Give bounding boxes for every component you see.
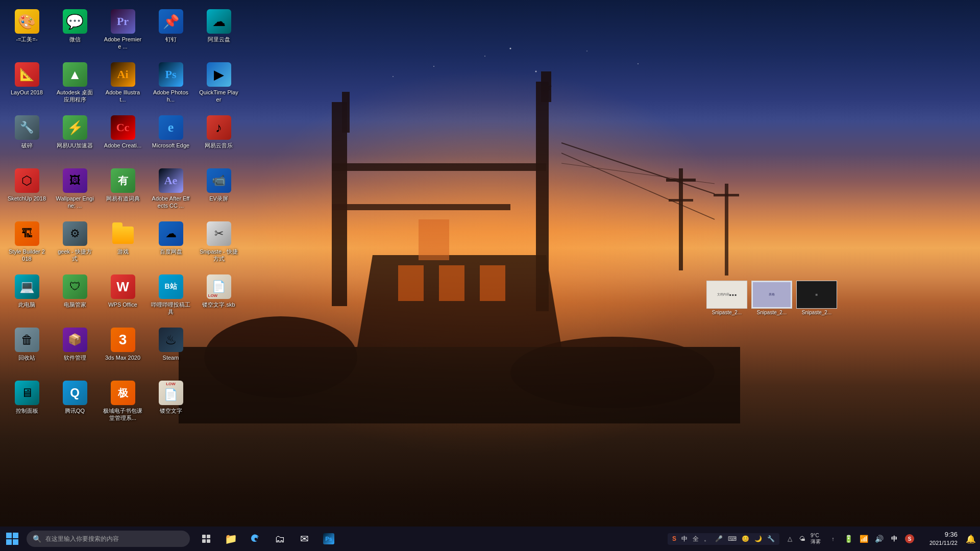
desktop-icons: 🎨 -=工美=- 💬 微信 Pr Adobe Premiere ... 📌 钉钉… [0, 0, 248, 433]
icon-pojie[interactable]: 🔧 破碎 [5, 111, 48, 162]
icon-youdao[interactable]: 有 网易有道词典 [101, 164, 144, 215]
ime-btn-quan[interactable]: 全 [691, 534, 700, 544]
start-button[interactable] [0, 527, 24, 551]
svg-rect-17 [419, 219, 449, 260]
icon-games-folder[interactable]: 游戏 [101, 217, 144, 268]
icon-low-text2[interactable]: LOW 📄 镂空文字 [149, 377, 192, 428]
svg-rect-23 [679, 168, 683, 270]
taskbar-edge[interactable] [243, 527, 267, 551]
icon-adobe-ps[interactable]: Ps Adobe Photosh... [149, 58, 192, 109]
svg-point-2 [535, 71, 537, 72]
taskbar-task-view[interactable] [194, 527, 218, 551]
icon-gong-mei[interactable]: 🎨 -=工美=- [5, 5, 48, 56]
clock[interactable]: 9:36 2021/11/22 [921, 531, 962, 546]
icon-wechat[interactable]: 💬 微信 [53, 5, 96, 56]
tray-weather[interactable]: 🌤 [795, 532, 810, 546]
ime-btn-settings[interactable]: 🔧 [766, 535, 776, 543]
icon-control-panel[interactable]: 🖥 控制面板 [5, 377, 48, 428]
svg-rect-35 [207, 539, 210, 543]
icon-bilibili[interactable]: B站 哔哩哔哩投稿工具 [149, 270, 192, 321]
icon-pc-manager[interactable]: 🛡 电脑管家 [53, 270, 96, 321]
svg-point-6 [510, 48, 511, 49]
icon-adobe-cc[interactable]: Cc Adobe Creati... [101, 111, 144, 162]
wallpaper-silhouette [179, 41, 740, 423]
icon-wps[interactable]: W WPS Office [101, 270, 144, 321]
system-tray: △ 🌤 9°C 薄雾 ↑ 🔋 📶 🔊 中 [781, 527, 921, 551]
taskbar-mail[interactable]: ✉ [292, 527, 316, 551]
icon-edge[interactable]: e Microsoft Edge [149, 111, 192, 162]
svg-point-4 [638, 63, 639, 64]
ime-btn-s[interactable]: S [671, 535, 678, 543]
icon-netease-music[interactable]: ♪ 网易云音乐 [197, 111, 240, 162]
ime-btn-period[interactable]: 。 [702, 534, 712, 544]
icon-uu-acc[interactable]: ⚡ 网易UU加速器 [53, 111, 96, 162]
search-icon: 🔍 [33, 535, 41, 543]
icon-3dsmax[interactable]: 3 3ds Max 2020 [101, 323, 144, 374]
icon-dingding[interactable]: 📌 钉钉 [149, 5, 192, 56]
ime-btn-mic[interactable]: 🎤 [714, 535, 724, 543]
icon-baidu-pan[interactable]: ☁ 百度网盘 [149, 217, 192, 268]
icon-ev-luzhu[interactable]: 📹 EV录屏 [197, 164, 240, 215]
icon-geek[interactable]: ⚙ geek - 快捷方式 [53, 217, 96, 268]
ime-btn-zhong[interactable]: 中 [680, 534, 689, 544]
icon-tencent-qq[interactable]: Q 腾讯QQ [53, 377, 96, 428]
tray-ime-mode[interactable]: 中 [887, 532, 901, 546]
tray-volume[interactable]: 🔊 [872, 532, 886, 546]
svg-rect-25 [669, 199, 693, 202]
icon-recycle[interactable]: 🗑 回收站 [5, 323, 48, 374]
svg-rect-33 [207, 535, 210, 538]
snipaste-thumb-2[interactable]: 表格 Snipaste_2... [751, 281, 792, 315]
svg-rect-26 [725, 184, 728, 276]
snipaste-thumbnails: 文档内容 ■ ■ ■ Snipaste_2... 表格 Snipaste_2..… [706, 281, 837, 315]
svg-point-0 [433, 66, 434, 67]
icon-wallpaper[interactable]: 🖼 Wallpaper Engine: ... [53, 164, 96, 215]
svg-point-1 [484, 56, 485, 57]
icon-adobe-pr[interactable]: Pr Adobe Premiere ... [101, 5, 144, 56]
desktop: 🎨 -=工美=- 💬 微信 Pr Adobe Premiere ... 📌 钉钉… [0, 0, 980, 551]
taskbar-ps[interactable]: Ps [316, 527, 341, 551]
svg-rect-11 [332, 163, 546, 171]
icon-quicktime[interactable]: ▶ QuickTime Player [197, 58, 240, 109]
svg-rect-15 [439, 265, 464, 301]
notification-icon: 🔔 [966, 534, 976, 544]
taskbar-pinned-apps: 📁 🗂 ✉ Ps [192, 527, 668, 551]
snipaste-thumb-3[interactable]: ■ Snipaste_2... [796, 281, 837, 315]
icon-low-text-skb[interactable]: LOW 📄 镂空文字.skb [197, 270, 240, 321]
svg-rect-32 [202, 535, 206, 538]
icon-sketchup[interactable]: ⬡ SketchUp 2018 [5, 164, 48, 215]
ime-btn-moon[interactable]: 🌙 [753, 535, 764, 543]
search-bar[interactable]: 🔍 在这里输入你要搜索的内容 [27, 531, 190, 547]
tray-sogou[interactable]: S [902, 532, 917, 546]
svg-point-3 [586, 51, 587, 52]
taskbar-file-explorer[interactable]: 📁 [218, 527, 243, 551]
tray-arrow-up[interactable]: ↑ [826, 532, 840, 546]
tray-network[interactable]: 📶 [856, 532, 871, 546]
svg-point-5 [393, 76, 394, 77]
icon-aliyun[interactable]: ☁ 阿里云盘 [197, 5, 240, 56]
tray-weather-text[interactable]: 9°C 薄雾 [811, 532, 825, 546]
tray-battery[interactable]: 🔋 [841, 532, 855, 546]
icon-style-builder[interactable]: 🏗 Style Builder 2018 [5, 217, 48, 268]
snipaste-thumb-1[interactable]: 文档内容 ■ ■ ■ Snipaste_2... [706, 281, 747, 315]
svg-rect-12 [332, 204, 510, 210]
expand-tray-button[interactable]: △ [786, 527, 794, 551]
svg-rect-16 [480, 265, 505, 301]
icon-adobe-ai[interactable]: Ai Adobe Illustrat... [101, 58, 144, 109]
ime-btn-keyboard[interactable]: ⌨ [726, 535, 738, 543]
icon-software-mgr[interactable]: 📦 软件管理 [53, 323, 96, 374]
icon-autodesk[interactable]: ▲ Autodesk 桌面应用程序 [53, 58, 96, 109]
svg-rect-34 [202, 539, 206, 543]
icon-adobe-ae[interactable]: Ae Adobe After Effects CC ... [149, 164, 192, 215]
svg-rect-14 [398, 265, 424, 301]
icon-steam[interactable]: ♨ Steam [149, 323, 192, 374]
icon-jijia[interactable]: 极 极域电子书包课堂管理系... [101, 377, 144, 428]
taskbar-file-manager[interactable]: 🗂 [267, 527, 292, 551]
notification-button[interactable]: 🔔 [962, 527, 980, 551]
icon-this-pc[interactable]: 💻 此电脑 [5, 270, 48, 321]
svg-rect-24 [666, 179, 696, 182]
icon-snipaste[interactable]: ✂ Snipaste - 快捷方式 [197, 217, 240, 268]
icon-layout[interactable]: 📐 LayOut 2018 [5, 58, 48, 109]
svg-rect-27 [714, 194, 739, 196]
ime-btn-emoji[interactable]: 😊 [740, 535, 751, 543]
ime-toolbar: S 中 全 。 🎤 ⌨ 😊 🌙 🔧 [668, 533, 779, 545]
